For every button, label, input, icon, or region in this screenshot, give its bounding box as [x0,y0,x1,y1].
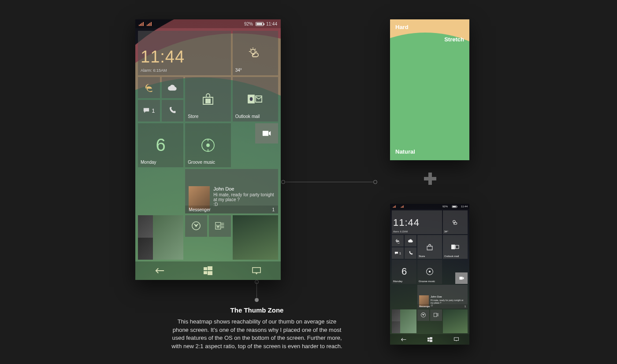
svg-point-20 [429,271,430,272]
messenger-label: Messenger [189,207,210,212]
clock-tile[interactable]: 11:44 Alarm: 6:15AM [392,210,442,234]
phone-tile[interactable] [162,100,184,121]
status-time: 11:44 [461,205,468,208]
outlook-tile[interactable]: Outlook mail [233,77,278,121]
svg-rect-25 [429,337,432,339]
clock-tile[interactable]: 11:44 Alarm: 6:15AM [138,31,231,75]
heatmap-zone-natural [390,33,469,160]
back-button[interactable] [146,267,173,274]
svg-rect-18 [451,245,455,250]
signal-icon [139,22,144,26]
svg-rect-15 [208,271,212,275]
start-button[interactable] [416,337,443,342]
svg-rect-24 [427,338,429,339]
signal-icon [393,205,396,208]
messages-tile[interactable]: 1 [138,100,160,121]
message-icon [143,107,150,114]
action-center-button[interactable] [243,267,270,275]
photos-tile[interactable] [233,215,278,260]
clock-time: 11:44 [393,217,441,228]
onedrive-tile[interactable] [162,77,184,98]
status-bar: 92% 11:44 [135,19,281,28]
word-tile[interactable] [430,309,442,321]
groove-tile[interactable]: Groove music [417,260,442,283]
edge-icon [138,77,160,98]
groove-icon [417,260,442,283]
svg-rect-3 [206,101,208,103]
nav-bar-small [390,334,469,345]
people-tile[interactable] [138,215,183,260]
camera-area [233,123,278,168]
camera-icon [455,272,468,284]
messenger-spacer [138,169,183,213]
svg-rect-28 [454,338,458,341]
store-icon [417,235,442,259]
weather-tile[interactable]: 34° [233,31,278,75]
store-tile[interactable]: Store [185,77,230,121]
xbox-icon [417,309,429,321]
heatmap-label-hard: Hard [395,24,409,30]
phone-small: 92% 11:44 11:44 Alarm: 6:15AM 34° Store … [390,204,469,345]
messenger-spacer [392,285,416,309]
clock-alarm: Alarm: 6:15AM [141,68,228,73]
back-button[interactable] [390,338,416,342]
phone-icon [405,247,416,259]
people-avatars [392,309,416,333]
svg-rect-27 [429,340,432,342]
outlook-icon [233,77,278,121]
store-icon [185,77,230,121]
messenger-tile[interactable]: John Doe Hi mate, ready for party tonigh… [185,169,278,213]
outlook-tile[interactable]: Outlook mail [443,235,468,259]
svg-rect-4 [208,101,210,103]
wifi-icon [401,205,404,208]
messenger-label: Messenger [419,305,430,308]
messenger-sender: John Doe [431,295,466,298]
messenger-tile[interactable]: John Doe Hi mate, ready for party tonigh… [417,285,468,309]
clock-alarm: Alarm: 6:15AM [393,230,441,233]
svg-rect-12 [204,267,207,270]
camera-tile[interactable] [255,123,278,143]
outlook-icon [443,235,468,259]
camera-tile[interactable] [455,272,468,284]
caption-body: This heatmap shows reachability of our t… [169,318,345,351]
caption-title: The Thumb Zone [169,305,345,315]
messages-tile[interactable]: 1 [392,247,404,259]
calendar-day: 6 [156,135,166,155]
weather-icon [443,210,468,234]
tiles-grid-small: 11:44 Alarm: 6:15AM 34° Store Outlook ma… [392,210,468,333]
messenger-body: Hi mate, ready for party tonight at my p… [213,192,275,207]
status-bar-small: 92% 11:44 [390,204,469,209]
svg-rect-14 [204,271,207,274]
plus-icon [424,173,436,185]
xbox-tile[interactable] [417,309,429,321]
edge-tile[interactable] [392,235,404,246]
phone-tile[interactable] [405,247,416,259]
onedrive-tile[interactable] [405,235,416,246]
svg-rect-9 [263,131,268,136]
weather-icon [233,31,278,75]
camera-area [443,260,468,283]
edge-tile[interactable] [138,77,160,98]
status-time: 11:44 [266,22,277,26]
word-icon [209,215,231,236]
calendar-tile[interactable]: 6 Monday [138,123,183,168]
caption: The Thumb Zone This heatmap shows reacha… [169,305,345,351]
clock-time: 11:44 [141,48,228,66]
svg-rect-13 [208,266,212,270]
wifi-icon [147,22,152,26]
word-tile[interactable] [209,215,231,236]
store-tile[interactable]: Store [417,235,442,259]
spacer-b [430,322,442,333]
photos-tile[interactable] [443,309,468,333]
action-center-button[interactable] [443,337,469,342]
svg-rect-2 [208,99,210,101]
people-tile[interactable] [392,309,416,333]
calendar-tile[interactable]: 6 Monday [392,260,416,283]
message-icon [394,251,398,255]
groove-tile[interactable]: Groove music [185,123,230,168]
svg-point-6 [250,97,253,101]
groove-icon [185,123,230,168]
start-button[interactable] [195,266,221,275]
xbox-tile[interactable] [185,215,207,236]
weather-tile[interactable]: 34° [443,210,468,234]
